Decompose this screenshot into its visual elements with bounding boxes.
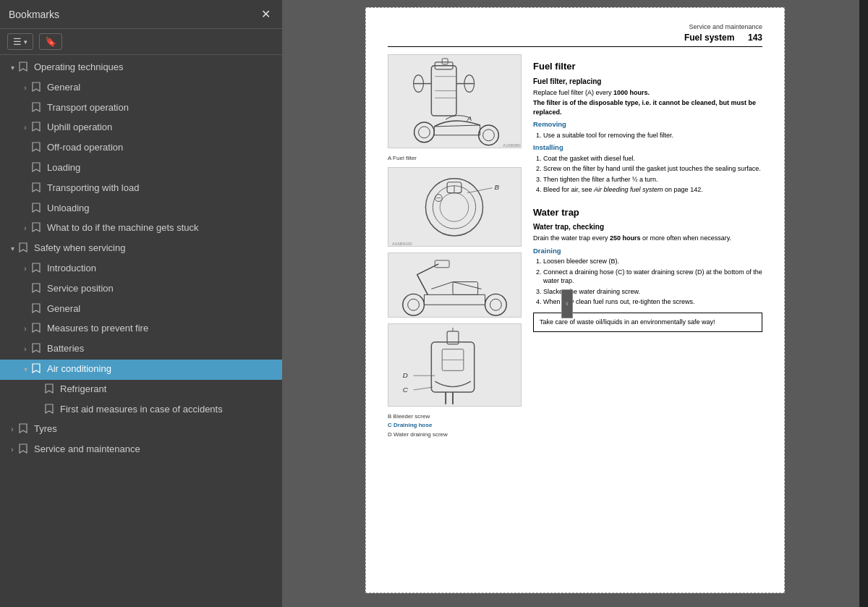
removing-step-1: Use a suitable tool for removing the fue… [543, 131, 762, 140]
removing-steps: Use a suitable tool for removing the fue… [533, 131, 762, 140]
bookmark-icon [32, 363, 43, 377]
caution-text: Take care of waste oil/liquids in an env… [540, 318, 715, 326]
bookmark-icon [32, 102, 43, 116]
bookmark-icon [19, 242, 30, 256]
document-panel: Service and maintenance Fuel system 143 [282, 0, 868, 607]
installing-steps: Coat the gasket with diesel fuel. Screw … [533, 154, 762, 195]
expand-icon[interactable]: › [6, 423, 19, 436]
bookmarks-panel-title: Bookmarks [9, 9, 59, 20]
svg-text:A16B9100: A16B9100 [392, 241, 412, 245]
water-trap-close-svg: B A16B9100 [388, 168, 521, 247]
bookmark-label: Tyres [34, 423, 276, 436]
expand-icon[interactable]: › [19, 222, 32, 235]
bookmarks-tree[interactable]: ▾Operating techniques›GeneralTransport o… [0, 55, 282, 607]
doc-images: A A16B9803 A Fuel filter [388, 54, 522, 440]
bookmarks-toolbar: ☰ ▾ 🔖 [0, 29, 282, 55]
bookmark-icon [32, 82, 43, 95]
bookmark-item-unloading[interactable]: Unloading [0, 199, 282, 219]
bookmark-icon [32, 263, 43, 276]
svg-rect-0 [388, 55, 521, 148]
bookmark-icon [32, 303, 43, 317]
bookmark-item-first-aid[interactable]: First aid measures in case of accidents [0, 400, 282, 420]
bookmark-add-button[interactable]: 🔖 [39, 33, 62, 50]
expand-icon[interactable]: › [6, 443, 19, 457]
water-trap-image-3: D C [388, 323, 522, 407]
bookmark-label: Service and maintenance [34, 443, 276, 456]
bookmark-item-transport-load[interactable]: Transporting with load [0, 179, 282, 199]
removing-heading: Removing [533, 119, 762, 129]
bookmark-item-loading[interactable]: Loading [0, 158, 282, 179]
expand-icon[interactable]: ▾ [6, 61, 19, 75]
svg-text:A16B9803: A16B9803 [503, 143, 521, 148]
bookmark-icon [32, 203, 43, 216]
bookmark-icon [19, 61, 30, 75]
draining-step-4: When only clean fuel runs out, re-tighte… [543, 297, 762, 307]
expand-icon[interactable]: › [19, 323, 32, 336]
bookmark-item-uphill-op[interactable]: ›Uphill operation [0, 118, 282, 138]
bookmark-icon [32, 222, 43, 236]
bookmark-label: Transporting with load [47, 182, 276, 195]
expand-icon[interactable]: ▾ [6, 242, 19, 255]
svg-rect-17 [388, 168, 521, 247]
bookmark-item-stuck[interactable]: ›What to do if the machine gets stuck [0, 218, 282, 239]
draining-heading: Draining [533, 246, 762, 255]
bookmark-item-air-cond[interactable]: ▾Air conditioning [0, 360, 282, 380]
bookmark-label: Air conditioning [47, 362, 276, 375]
expand-icon[interactable]: › [19, 122, 32, 135]
expand-icon[interactable]: ▾ [19, 363, 32, 376]
legend-d: D Water draining screw [388, 430, 522, 440]
bookmark-item-safety-serv[interactable]: ▾Safety when servicing [0, 239, 282, 259]
fuel-filter-frequency: Replace fuel filter (A) every 1000 hours… [533, 88, 762, 98]
water-trap-frequency: Drain the water trap every 250 hours or … [533, 234, 762, 243]
close-button[interactable]: ✕ [258, 6, 273, 22]
dropdown-arrow-icon: ▾ [24, 38, 27, 46]
expand-icon[interactable]: › [19, 263, 32, 276]
bookmark-label: Introduction [47, 262, 276, 275]
right-edge [859, 0, 868, 607]
draining-step-2: Connect a draining hose (C) to water dra… [543, 268, 762, 286]
bookmark-label: Off-road operation [47, 141, 276, 154]
panel-collapse-button[interactable]: ‹ [561, 289, 573, 318]
bookmark-icon [19, 443, 30, 457]
bookmark-icon [32, 162, 43, 176]
expand-icon[interactable]: › [19, 82, 32, 95]
bookmark-label: Measures to prevent fire [47, 322, 276, 335]
bookmark-label: What to do if the machine gets stuck [47, 221, 276, 234]
installing-step-3: Then tighten the filter a further ½ a tu… [543, 175, 762, 184]
bookmark-label: Uphill operation [47, 121, 276, 134]
page-header: Service and maintenance Fuel system 143 [388, 22, 762, 47]
bookmark-item-tyres[interactable]: ›Tyres [0, 420, 282, 440]
bookmark-item-off-road[interactable]: Off-road operation [0, 138, 282, 158]
bookmark-item-batteries[interactable]: ›Batteries [0, 339, 282, 360]
bookmark-label: Service position [47, 282, 276, 295]
bookmark-item-intro[interactable]: ›Introduction [0, 259, 282, 279]
bookmark-item-measures-fire[interactable]: ›Measures to prevent fire [0, 319, 282, 339]
installing-heading: Installing [533, 143, 762, 152]
bookmark-item-refrigerant[interactable]: Refrigerant [0, 380, 282, 400]
list-view-button[interactable]: ☰ ▾ [7, 33, 33, 50]
bookmark-icon [32, 142, 43, 156]
svg-text:B: B [494, 182, 499, 190]
installing-step-4: Bleed for air, see Air bleeding fuel sys… [543, 185, 762, 195]
bookmark-label: Transport operation [47, 101, 276, 114]
fuel-filter-title: Fuel filter [533, 60, 762, 73]
expand-icon[interactable]: › [19, 343, 32, 356]
water-trap-image-1: B A16B9100 [388, 167, 522, 247]
svg-rect-37 [388, 324, 521, 407]
fuel-filter-svg: A A16B9803 [388, 55, 521, 148]
bookmark-item-transport-op[interactable]: Transport operation [0, 98, 282, 119]
list-icon: ☰ [13, 36, 22, 47]
image-legend: B Bleeder screw C Draining hose D Water … [388, 412, 522, 440]
bookmark-item-service-maint[interactable]: ›Service and maintenance [0, 440, 282, 460]
page-header-section-title: Fuel system [684, 33, 734, 43]
page-container[interactable]: Service and maintenance Fuel system 143 [282, 0, 868, 607]
bookmark-item-op-tech[interactable]: ▾Operating techniques [0, 58, 282, 78]
bookmark-icon [32, 343, 43, 357]
draining-step-1: Loosen bleeder screw (B). [543, 257, 762, 266]
bookmark-icon: 🔖 [45, 36, 56, 47]
installing-step-1: Coat the gasket with diesel fuel. [543, 154, 762, 164]
bookmark-item-service-pos[interactable]: Service position [0, 279, 282, 300]
svg-text:C: C [403, 386, 409, 394]
bookmark-item-general-1[interactable]: ›General [0, 78, 282, 98]
bookmark-item-general-2[interactable]: General [0, 300, 282, 320]
